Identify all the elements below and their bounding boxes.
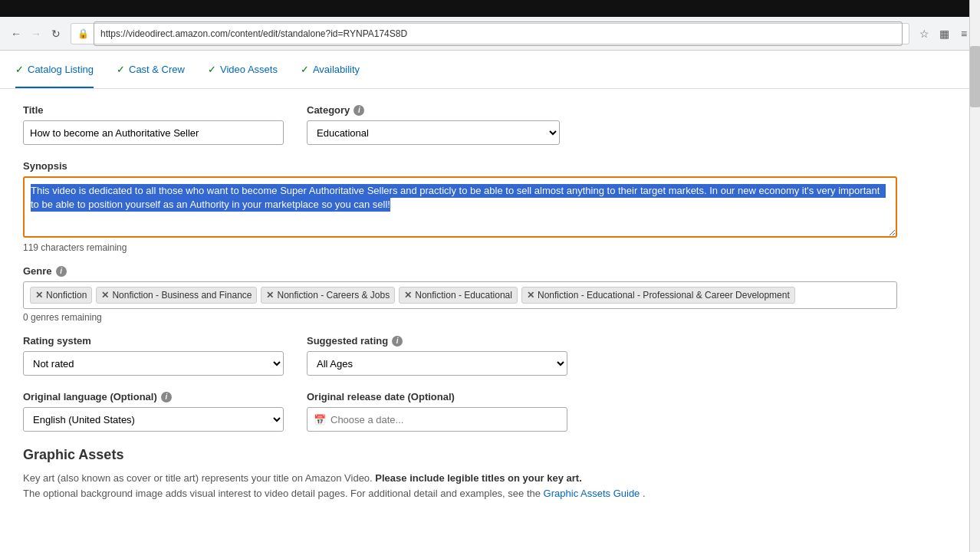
graphic-assets-section: Graphic Assets Key art (also known as co… <box>23 447 897 501</box>
category-select[interactable]: Educational Action Comedy Drama Document… <box>307 120 560 145</box>
graphic-assets-desc: Key art (also known as cover or title ar… <box>23 471 897 501</box>
tab-catalog-label: Catalog Listing <box>28 64 94 75</box>
category-info-icon[interactable]: i <box>354 105 364 116</box>
genre-tag-careers-label: Nonfiction - Careers & Jobs <box>277 290 390 301</box>
tab-availability-label: Availability <box>313 64 360 75</box>
rating-row: Rating system Not rated MPAA TV Parental… <box>23 335 897 376</box>
bookmark-button[interactable]: ☆ <box>916 25 932 42</box>
genre-tag-remove-careers[interactable]: ✕ <box>266 291 274 300</box>
language-info-icon[interactable]: i <box>161 392 172 402</box>
cast-check-icon: ✓ <box>117 64 125 75</box>
suggested-rating-select[interactable]: All Ages 7+ 13+ 16+ 18+ <box>307 351 567 376</box>
genre-tag-remove-educational[interactable]: ✕ <box>404 291 412 300</box>
tab-catalog-listing[interactable]: ✓ Catalog Listing <box>15 51 94 88</box>
suggested-rating-label: Suggested rating i <box>307 335 567 347</box>
tabs-navigation: ✓ Catalog Listing ✓ Cast & Crew ✓ Video … <box>0 51 980 89</box>
language-group: Original language (Optional) i English (… <box>23 391 284 432</box>
genre-label: Genre i <box>23 265 897 277</box>
suggested-rating-group: Suggested rating i All Ages 7+ 13+ 16+ 1… <box>307 335 567 376</box>
category-label: Category i <box>307 104 560 116</box>
graphic-assets-title: Graphic Assets <box>23 447 897 463</box>
title-group: Title <box>23 104 284 145</box>
title-category-row: Title Category i Educational Action Come… <box>23 104 897 145</box>
tab-video-label: Video Assets <box>220 64 278 75</box>
genre-tag-business-label: Nonfiction - Business and Finance <box>112 290 252 301</box>
lock-icon: 🔒 <box>77 28 89 39</box>
title-input[interactable] <box>23 120 284 145</box>
genre-info-icon[interactable]: i <box>56 266 67 277</box>
category-group: Category i Educational Action Comedy Dra… <box>307 104 560 145</box>
graphic-desc-bold: Please include legible titles on your ke… <box>375 472 581 484</box>
graphic-desc-period: . <box>643 488 646 499</box>
genre-group: Genre i ✕ Nonfiction ✕ Nonfiction - Busi… <box>23 265 897 309</box>
rating-system-select[interactable]: Not rated MPAA TV Parental Guidelines <box>23 351 284 376</box>
calendar-icon: 📅 <box>314 414 326 426</box>
back-button[interactable]: ← <box>8 25 25 42</box>
graphic-desc-line1: Key art (also known as cover or title ar… <box>23 472 373 484</box>
top-bar <box>0 0 980 17</box>
tab-availability[interactable]: ✓ Availability <box>301 51 360 88</box>
genre-tag-remove-nonfiction[interactable]: ✕ <box>35 291 43 300</box>
browser-chrome: ← → ↻ 🔒 ☆ ▦ ≡ <box>0 17 980 51</box>
genres-remaining: 0 genres remaining <box>23 312 897 323</box>
grid-button[interactable]: ▦ <box>936 25 952 42</box>
tab-video-assets[interactable]: ✓ Video Assets <box>208 51 278 88</box>
genre-tag-careers: ✕ Nonfiction - Careers & Jobs <box>261 287 395 304</box>
scrollbar-thumb[interactable] <box>970 46 980 107</box>
language-label: Original language (Optional) i <box>23 391 284 402</box>
chars-remaining: 119 characters remaining <box>23 242 897 253</box>
synopsis-label: Synopsis <box>23 160 897 172</box>
tab-cast-crew[interactable]: ✓ Cast & Crew <box>117 51 185 88</box>
genre-tag-professional-label: Nonfiction - Educational - Professional … <box>538 290 790 301</box>
genre-tag-educational-label: Nonfiction - Educational <box>415 290 512 301</box>
genre-tag-remove-professional[interactable]: ✕ <box>527 291 534 300</box>
forward-button[interactable]: → <box>28 25 44 42</box>
scrollbar-track <box>969 0 980 552</box>
synopsis-textarea[interactable]: This video is dedicated to all those who… <box>23 176 897 238</box>
availability-check-icon: ✓ <box>301 64 309 75</box>
graphic-desc-line2: The optional background image adds visua… <box>23 488 541 499</box>
page-wrapper: ✓ Catalog Listing ✓ Cast & Crew ✓ Video … <box>0 51 980 552</box>
genre-tag-remove-business[interactable]: ✕ <box>101 291 109 300</box>
video-check-icon: ✓ <box>208 64 216 75</box>
rating-system-label: Rating system <box>23 335 284 347</box>
genre-tag-nonfiction-label: Nonfiction <box>46 290 87 301</box>
url-input[interactable] <box>94 21 903 46</box>
genre-tag-educational: ✕ Nonfiction - Educational <box>399 287 518 304</box>
genre-tag-professional: ✕ Nonfiction - Educational - Professiona… <box>521 287 795 304</box>
nav-buttons: ← → ↻ <box>8 25 64 42</box>
synopsis-group: Synopsis This video is dedicated to all … <box>23 160 897 238</box>
title-label: Title <box>23 104 284 116</box>
browser-actions: ☆ ▦ ≡ <box>916 25 972 42</box>
genre-tags-container: ✕ Nonfiction ✕ Nonfiction - Business and… <box>23 281 897 309</box>
genre-tag-nonfiction: ✕ Nonfiction <box>30 287 92 304</box>
refresh-button[interactable]: ↻ <box>48 25 64 42</box>
rating-system-group: Rating system Not rated MPAA TV Parental… <box>23 335 284 376</box>
form-area: Title Category i Educational Action Come… <box>0 89 920 524</box>
tab-cast-label: Cast & Crew <box>129 64 185 75</box>
address-bar: 🔒 <box>71 23 909 44</box>
release-date-input[interactable] <box>331 409 561 430</box>
release-date-group: Original release date (Optional) 📅 <box>307 391 567 432</box>
language-date-row: Original language (Optional) i English (… <box>23 391 897 432</box>
catalog-check-icon: ✓ <box>15 64 24 75</box>
suggested-rating-info-icon[interactable]: i <box>392 336 403 347</box>
language-select[interactable]: English (United States) Spanish French G… <box>23 407 284 432</box>
genre-tag-business: ✕ Nonfiction - Business and Finance <box>96 287 257 304</box>
graphic-assets-guide-link[interactable]: Graphic Assets Guide <box>544 488 640 499</box>
release-date-label: Original release date (Optional) <box>307 391 567 402</box>
